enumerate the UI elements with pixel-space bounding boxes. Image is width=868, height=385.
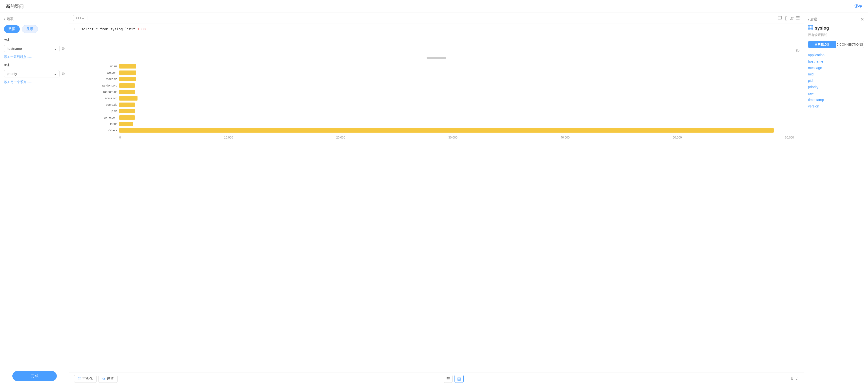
tab-display[interactable]: 显示 bbox=[22, 25, 38, 33]
bar-row-forus: for.us bbox=[95, 121, 794, 127]
bar-fill-makede bbox=[119, 77, 136, 81]
field-priority[interactable]: priority bbox=[808, 84, 864, 90]
bar-label-somede: some.de bbox=[95, 103, 117, 106]
tab-connections[interactable]: 0 CONNECTIONS bbox=[836, 41, 864, 48]
x-axis-gear-icon[interactable]: ⚙ bbox=[61, 71, 65, 76]
field-list: application hostname message mid pid pri… bbox=[808, 52, 864, 109]
bar-label-somecom: some.com bbox=[95, 116, 117, 119]
tab-group: 数据 显示 bbox=[4, 25, 65, 33]
field-hostname[interactable]: hostname bbox=[808, 59, 864, 64]
field-message[interactable]: message bbox=[808, 65, 864, 70]
field-timestamp[interactable]: timestamp bbox=[808, 97, 864, 103]
table-name: syslog bbox=[815, 26, 829, 31]
refresh-icon[interactable]: ↻ bbox=[796, 47, 800, 54]
editor-actions: ❒ ▯ 𝒙 ☰ bbox=[778, 15, 800, 21]
editor-body[interactable]: 1 select * from syslog limit 1000 bbox=[69, 24, 804, 35]
bar-label-upus: up.us bbox=[95, 65, 117, 68]
bar-label-upde: up.de bbox=[95, 109, 117, 113]
top-bar: 新的疑问 保存 bbox=[0, 0, 868, 13]
bar-row-upde: up.de bbox=[95, 108, 794, 114]
align-icon[interactable]: ☰ bbox=[796, 15, 800, 21]
chevron-down-icon-2: ⌄ bbox=[54, 72, 57, 76]
bar-label-wecom: we.com bbox=[95, 71, 117, 74]
x-axis-select[interactable]: priority ⌄ bbox=[4, 70, 60, 77]
field-mid[interactable]: mid bbox=[808, 71, 864, 77]
tab-fields[interactable]: 9 FIELDS bbox=[808, 41, 836, 48]
db-selector[interactable]: CH ⌄ bbox=[73, 15, 87, 21]
chart-view-button[interactable]: ▤ bbox=[455, 375, 464, 383]
field-application[interactable]: application bbox=[808, 52, 864, 58]
chart-area: up.us we.com make.de bbox=[69, 57, 804, 372]
y-axis-label: Y轴 bbox=[4, 38, 65, 42]
complete-button[interactable]: 完成 bbox=[12, 371, 57, 381]
chart-scroll-bar[interactable] bbox=[427, 57, 446, 59]
bar-label-forus: for.us bbox=[95, 122, 117, 126]
x-axis-30k: 30,000 bbox=[448, 136, 458, 139]
save-button[interactable]: 保存 bbox=[854, 4, 862, 9]
fields-tabs: 9 FIELDS 0 CONNECTIONS bbox=[808, 41, 864, 48]
x-axis-20k: 20,000 bbox=[336, 136, 345, 139]
y-axis-add-series[interactable]: 添加一系列断点...... bbox=[4, 55, 65, 59]
sidebar-back[interactable]: ‹ 选项 bbox=[4, 17, 65, 21]
back-arrow-icon-right: ‹ bbox=[808, 18, 809, 22]
x-axis: 0 10,000 20,000 30,000 40,000 50,000 60,… bbox=[95, 134, 794, 139]
visualize-button[interactable]: ☷ 可视化 bbox=[74, 375, 96, 383]
sql-query: select * from syslog limit 1000 bbox=[81, 27, 146, 31]
field-pid[interactable]: pid bbox=[808, 78, 864, 83]
y-axis-select[interactable]: hostname ⌄ bbox=[4, 45, 60, 52]
bar-track-wecom bbox=[119, 70, 794, 75]
bar-fill-randomus bbox=[119, 90, 135, 94]
bar-row-randomus: random.us bbox=[95, 89, 794, 95]
toolbar-right: ⇓ ♫ bbox=[790, 376, 799, 382]
settings-gear-icon: ⚙ bbox=[102, 377, 105, 381]
bar-fill-upde bbox=[119, 109, 135, 113]
bar-row-somecom: some.com bbox=[95, 115, 794, 120]
copy-icon[interactable]: ▯ bbox=[785, 15, 787, 21]
bar-row-someorg: some.org bbox=[95, 96, 794, 101]
toolbar-center: ☷ ▤ bbox=[444, 375, 464, 383]
bar-track-randomus bbox=[119, 90, 794, 94]
bar-row-wecom: we.com bbox=[95, 70, 794, 75]
toolbar-left: ☷ 可视化 ⚙ 设置 bbox=[74, 375, 118, 383]
x-axis-label: X轴 bbox=[4, 63, 65, 68]
tab-data[interactable]: 数据 bbox=[4, 25, 20, 33]
download-button[interactable]: ⇓ bbox=[790, 376, 794, 382]
field-version[interactable]: version bbox=[808, 104, 864, 109]
y-axis-value: hostname bbox=[7, 46, 22, 50]
db-chevron-icon: ⌄ bbox=[82, 16, 85, 20]
field-raw[interactable]: raw bbox=[808, 91, 864, 96]
italic-icon[interactable]: 𝒙 bbox=[790, 15, 793, 21]
bar-fill-others bbox=[119, 128, 774, 133]
bar-fill-somecom bbox=[119, 115, 135, 120]
page-title: 新的疑问 bbox=[6, 3, 24, 9]
main-layout: ‹ 选项 数据 显示 Y轴 hostname ⌄ ⚙ 添加一系列断点......… bbox=[0, 13, 868, 385]
editor-toolbar: CH ⌄ ❒ ▯ 𝒙 ☰ bbox=[69, 13, 804, 24]
y-axis-gear-icon[interactable]: ⚙ bbox=[61, 46, 65, 51]
query-editor: CH ⌄ ❒ ▯ 𝒙 ☰ 1 select * from syslog limi… bbox=[69, 13, 804, 57]
bar-label-someorg: some.org bbox=[95, 97, 117, 100]
left-sidebar: ‹ 选项 数据 显示 Y轴 hostname ⌄ ⚙ 添加一系列断点......… bbox=[0, 13, 69, 385]
table-desc: 没有设置描述 bbox=[808, 33, 864, 37]
right-panel: ‹ 后退 ✕ syslog 没有设置描述 9 FIELDS 0 CONNECTI… bbox=[804, 13, 868, 385]
bar-row-makede: make.de bbox=[95, 76, 794, 82]
settings-button[interactable]: ⚙ 设置 bbox=[98, 375, 118, 383]
bar-track-somede bbox=[119, 103, 794, 107]
x-axis-value: priority bbox=[7, 72, 17, 76]
bar-track-upde bbox=[119, 109, 794, 113]
x-axis-row: priority ⌄ ⚙ bbox=[4, 70, 65, 77]
bar-row-randomorg: random.org bbox=[95, 83, 794, 88]
close-icon[interactable]: ✕ bbox=[860, 17, 864, 22]
notification-button[interactable]: ♫ bbox=[796, 376, 799, 382]
expand-icon[interactable]: ❒ bbox=[778, 15, 782, 21]
x-axis-0: 0 bbox=[119, 136, 121, 139]
bar-fill-forus bbox=[119, 122, 133, 126]
table-view-button[interactable]: ☷ bbox=[444, 375, 453, 383]
bar-label-randomorg: random.org bbox=[95, 84, 117, 87]
panel-back[interactable]: ‹ 后退 bbox=[808, 17, 817, 22]
settings-label: 设置 bbox=[107, 377, 114, 381]
chart-container: up.us we.com make.de bbox=[69, 57, 804, 372]
sidebar-bottom: 完成 bbox=[4, 371, 65, 381]
x-axis-add-series[interactable]: 添加另一个系列...... bbox=[4, 80, 65, 84]
x-axis-50k: 50,000 bbox=[673, 136, 682, 139]
db-selector-label: CH bbox=[76, 16, 81, 20]
